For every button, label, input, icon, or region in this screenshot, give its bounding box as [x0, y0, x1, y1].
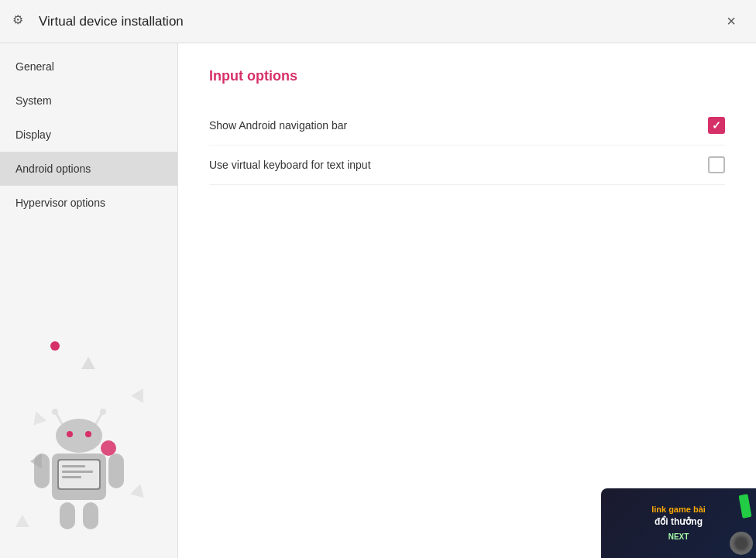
checkbox-virtual-keyboard[interactable]	[708, 156, 725, 173]
svg-rect-17	[83, 502, 98, 529]
option-row-virtual-keyboard: Use virtual keyboard for text input	[209, 145, 725, 185]
svg-rect-16	[60, 502, 75, 529]
gear-icon: ⚙	[12, 12, 31, 31]
dialog-title: Virtual device installation	[39, 14, 719, 29]
title-bar: ⚙ Virtual device installation ×	[0, 0, 756, 43]
svg-rect-15	[108, 454, 124, 488]
svg-rect-9	[59, 460, 99, 488]
ad-text: link game bài đổi thưởng NEXT	[651, 504, 706, 543]
sidebar-item-general[interactable]: General	[0, 50, 177, 84]
deco-dot-1	[50, 341, 60, 351]
svg-rect-11	[62, 471, 93, 473]
virtual-device-dialog: ⚙ Virtual device installation × General …	[0, 0, 756, 558]
sidebar-item-hypervisor-options[interactable]: Hypervisor options	[0, 186, 177, 220]
svg-point-5	[67, 431, 73, 437]
spinner-icon	[730, 532, 753, 555]
svg-point-18	[101, 440, 116, 456]
svg-point-4	[56, 419, 102, 453]
deco-triangle-1	[81, 357, 95, 369]
option-label-virtual-keyboard: Use virtual keyboard for text input	[209, 159, 371, 171]
sidebar-item-system[interactable]: System	[0, 84, 177, 118]
sidebar-illustration	[0, 310, 178, 558]
svg-point-3	[100, 409, 106, 415]
svg-point-1	[52, 409, 58, 415]
section-title: Input options	[209, 68, 725, 84]
sidebar-item-android-options[interactable]: Android options	[0, 152, 177, 186]
svg-rect-12	[62, 476, 81, 478]
svg-point-6	[85, 431, 91, 437]
ad-banner[interactable]: link game bài đổi thưởng NEXT	[601, 488, 756, 558]
android-robot	[25, 403, 133, 543]
main-content: Input options Show Android navigation ba…	[178, 43, 756, 558]
option-label-nav-bar: Show Android navigation bar	[209, 119, 347, 132]
sidebar: General System Display Android options H…	[0, 43, 178, 558]
checkbox-nav-bar[interactable]	[708, 117, 725, 134]
close-button[interactable]: ×	[719, 9, 744, 34]
deco-triangle-2	[131, 385, 149, 403]
green-arrow-icon	[738, 494, 751, 519]
option-row-nav-bar: Show Android navigation bar	[209, 106, 725, 145]
svg-rect-10	[62, 465, 85, 467]
sidebar-item-display[interactable]: Display	[0, 118, 177, 152]
dialog-body: General System Display Android options H…	[0, 43, 756, 558]
